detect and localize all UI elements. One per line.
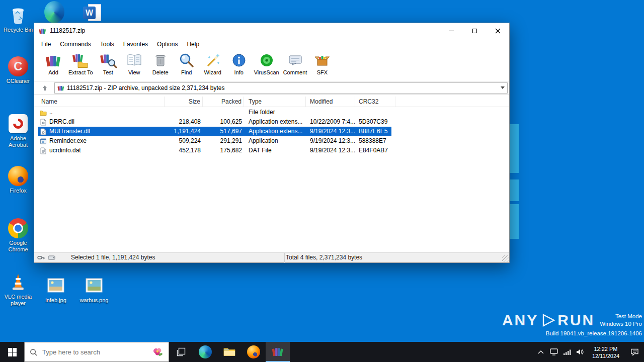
delete-trash-icon xyxy=(152,52,169,69)
desktop-icon-firefox[interactable]: Firefox xyxy=(0,166,36,194)
column-header-modified[interactable]: Modified xyxy=(306,97,355,107)
desktop-icon-warbus-png[interactable]: warbus.png xyxy=(76,276,112,304)
anyrun-play-icon xyxy=(540,313,555,327)
comment-icon xyxy=(287,52,304,69)
task-view-button[interactable] xyxy=(169,342,193,362)
start-button[interactable] xyxy=(0,342,24,362)
desktop-icon-word-document[interactable] xyxy=(79,4,106,24)
chevron-up-icon xyxy=(538,350,544,354)
view-icon xyxy=(126,52,143,69)
toolbar: Add Extract To xyxy=(34,50,509,81)
combobox-dropdown-icon[interactable] xyxy=(501,86,505,89)
exe-file-icon xyxy=(40,138,47,145)
menu-tools[interactable]: Tools xyxy=(96,39,119,50)
taskbar-file-explorer-button[interactable] xyxy=(217,342,242,362)
minimize-icon xyxy=(449,31,454,31)
minimize-button[interactable] xyxy=(440,23,463,38)
comment-button[interactable]: Comment xyxy=(281,51,309,76)
taskbar-clock[interactable]: 12:22 PM 12/11/2024 xyxy=(587,345,625,359)
tray-network[interactable] xyxy=(560,342,574,362)
taskbar: 12:22 PM 12/11/2024 xyxy=(0,342,644,362)
test-button[interactable]: Test xyxy=(95,51,121,76)
zip-archive-icon xyxy=(57,84,64,92)
extract-icon xyxy=(72,52,89,69)
winrar-window: 11182517.zip File Commands Tools Favorit… xyxy=(34,23,510,263)
wallpaper-light-streak xyxy=(509,179,519,201)
archive-path-combobox[interactable]: 11182517.zip - ZIP archive, unpacked siz… xyxy=(54,82,508,94)
column-header-type[interactable]: Type xyxy=(244,97,306,107)
status-divider xyxy=(284,253,285,263)
file-row-reminder-exe[interactable]: Reminder.exe 509,224 291,291 Application… xyxy=(38,136,391,146)
file-row-ucrdinfo-dat[interactable]: ucrdinfo.dat 452,178 175,682 DAT File 9/… xyxy=(38,146,391,155)
desktop-icon-recycle-bin[interactable]: Recycle Bin xyxy=(0,5,36,33)
menu-favorites[interactable]: Favorites xyxy=(119,39,152,50)
edge-icon xyxy=(44,1,64,23)
desktop-icon-adobe-acrobat[interactable]: Adobe Acrobat xyxy=(0,114,36,148)
tray-volume[interactable] xyxy=(574,342,587,362)
file-row-muitransfer-dll-selected[interactable]: MUITransfer.dll 1,191,424 517,697 Applic… xyxy=(38,127,391,136)
search-input[interactable] xyxy=(41,348,147,356)
maximize-button[interactable] xyxy=(463,23,486,38)
task-view-icon xyxy=(177,347,186,356)
file-row-drrc-dll[interactable]: DRRC.dll 218,408 100,625 Application ext… xyxy=(38,117,391,127)
close-button[interactable] xyxy=(486,23,509,38)
column-header-name[interactable]: Name xyxy=(38,97,165,107)
desktop-icon-edge[interactable] xyxy=(41,2,67,22)
maximize-icon xyxy=(472,29,477,33)
key-icon[interactable] xyxy=(37,254,45,261)
virusscan-button[interactable]: VirusScan xyxy=(252,51,281,76)
taskbar-winrar-button-active[interactable] xyxy=(266,342,290,362)
resize-grip[interactable] xyxy=(502,255,509,262)
image-file-icon xyxy=(84,276,104,296)
search-icon xyxy=(30,348,37,356)
drive-icon[interactable] xyxy=(48,254,55,261)
action-center-button[interactable] xyxy=(625,342,644,362)
info-icon xyxy=(230,52,248,69)
desktop-icon-ccleaner[interactable]: CCleaner xyxy=(0,56,36,84)
desktop-icon-vlc[interactable]: VLC media player xyxy=(0,272,36,307)
add-button[interactable]: Add xyxy=(40,51,66,76)
chrome-icon xyxy=(8,218,28,238)
menu-help[interactable]: Help xyxy=(182,39,204,50)
find-button[interactable]: Find xyxy=(174,51,200,76)
edge-icon xyxy=(199,345,212,358)
wallpaper-light-streak xyxy=(509,204,519,239)
column-header-packed[interactable]: Packed xyxy=(203,97,244,107)
dll-file-icon xyxy=(40,128,47,135)
menu-commands[interactable]: Commands xyxy=(55,39,95,50)
info-button[interactable]: Info xyxy=(226,51,252,76)
up-arrow-icon xyxy=(41,84,48,92)
menu-file[interactable]: File xyxy=(37,39,55,50)
menu-options[interactable]: Options xyxy=(152,39,182,50)
tray-chevron-up[interactable] xyxy=(534,342,547,362)
search-highlight-flower-icon xyxy=(151,346,164,358)
watermark-test-mode: Test Mode xyxy=(600,313,642,320)
system-tray: 12:22 PM 12/11/2024 xyxy=(534,342,644,362)
column-header-crc32[interactable]: CRC32 xyxy=(355,97,395,107)
sfx-box-icon xyxy=(313,52,331,69)
sfx-button[interactable]: SFX xyxy=(309,51,335,76)
taskbar-firefox-button[interactable] xyxy=(242,342,266,362)
column-header-size[interactable]: Size xyxy=(165,97,203,107)
title-bar[interactable]: 11182517.zip xyxy=(34,23,509,38)
winrar-icon xyxy=(272,345,284,357)
taskbar-search[interactable] xyxy=(24,342,169,362)
file-row-parent-dir[interactable]: .. File folder xyxy=(38,108,391,117)
word-icon xyxy=(83,4,103,23)
taskbar-edge-button[interactable] xyxy=(193,342,217,362)
wizard-button[interactable]: Wizard xyxy=(200,51,226,76)
up-one-level-button[interactable] xyxy=(38,83,51,93)
display-icon xyxy=(550,348,558,355)
desktop-icon-google-chrome[interactable]: Google Chrome xyxy=(0,218,36,253)
desktop-icon-infeb-jpg[interactable]: infeb.jpg xyxy=(38,276,74,304)
column-headers: Name Size Packed Type Modified CRC32 xyxy=(34,97,509,107)
wallpaper-light-streak xyxy=(509,124,519,173)
virus-scan-icon xyxy=(258,52,275,69)
view-button[interactable]: View xyxy=(121,51,147,76)
desktop-icon-label: Adobe Acrobat xyxy=(0,135,36,148)
archive-path-text: 11182517.zip - ZIP archive, unpacked siz… xyxy=(67,84,225,92)
delete-button[interactable]: Delete xyxy=(147,51,174,76)
tray-display[interactable] xyxy=(547,342,560,362)
desktop-icon-label: VLC media player xyxy=(0,294,36,307)
extract-to-button[interactable]: Extract To xyxy=(66,51,95,76)
